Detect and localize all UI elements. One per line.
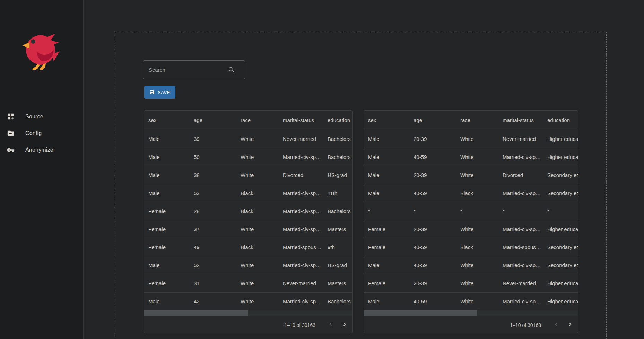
table-cell: Black [241, 208, 283, 214]
table-cell: 20-39 [414, 280, 460, 286]
table-cell: 38 [194, 172, 241, 178]
table-cell: Masters [328, 280, 353, 286]
column-header-age: age [194, 117, 241, 123]
save-button[interactable]: SAVE [144, 86, 175, 99]
table-cell: Female [148, 244, 194, 250]
sidebar: Source Config Anonymizer [0, 0, 84, 339]
column-header-marital-status: marital-status [503, 117, 547, 123]
table-cell: Black [241, 244, 283, 250]
table-cell: Married-civ-spouse [283, 190, 328, 196]
table-cell: 40-59 [414, 262, 460, 268]
table-row: ***** [364, 202, 578, 220]
table-row: Male52WhiteMarried-civ-spouseHS-grad [144, 256, 352, 274]
horizontal-scrollbar[interactable] [144, 310, 352, 316]
table-cell: 40-59 [414, 244, 460, 250]
previous-page-button[interactable] [549, 318, 563, 332]
table-cell: Married-civ-spouse [503, 262, 547, 268]
column-header-race: race [241, 117, 283, 123]
table-cell: Black [241, 190, 283, 196]
table-row: Male40-59BlackMarried-civ-spouseSecondar… [364, 184, 578, 202]
table-cell: Male [148, 298, 194, 304]
next-page-button[interactable] [338, 318, 351, 332]
bird-logo [21, 33, 62, 70]
table-cell: * [547, 208, 578, 214]
table-cell: Married-civ-spouse [283, 298, 328, 304]
table-cell: Male [148, 262, 194, 268]
table-cell: 53 [194, 190, 241, 196]
table-cell: Female [368, 244, 414, 250]
table-cell: Higher education [547, 280, 578, 286]
horizontal-scrollbar[interactable] [364, 310, 578, 316]
pagination-range-label: 1–10 of 30163 [510, 322, 541, 328]
table-cell: Bachelors [328, 298, 353, 304]
table-cell: * [414, 208, 460, 214]
table-row: Male50WhiteMarried-civ-spouseBachelors [144, 148, 352, 166]
table-cell: Masters [328, 226, 353, 232]
table-row: Male38WhiteDivorcedHS-grad [144, 166, 352, 184]
table-row: Male39WhiteNever-marriedBachelors [144, 130, 352, 148]
sidebar-item-anonymizer[interactable]: Anonymizer [0, 142, 83, 158]
main-content: SAVE sexageracemarital-statuseducation M… [83, 0, 644, 339]
table-cell: White [460, 172, 503, 178]
table-cell: Secondary education [547, 190, 578, 196]
table-cell: 39 [194, 136, 241, 142]
table-cell: 31 [194, 280, 241, 286]
table-cell: Male [368, 262, 414, 268]
table-cell: 28 [194, 208, 241, 214]
table-header-row: sexageracemarital-statuseducation [144, 111, 352, 130]
table-cell: Male [148, 190, 194, 196]
table-cell: 20-39 [414, 172, 460, 178]
column-header-marital-status: marital-status [283, 117, 328, 123]
table-cell: Female [368, 280, 414, 286]
table-cell: White [241, 172, 283, 178]
sidebar-item-label: Source [25, 113, 43, 120]
chevron-right-icon [567, 321, 573, 329]
table-cell: * [368, 208, 414, 214]
scrollbar-thumb[interactable] [364, 310, 477, 316]
table-cell: White [460, 298, 503, 304]
table-row: Male20-39WhiteDivorcedSecondary educatio… [364, 166, 578, 184]
folder-icon [7, 129, 15, 137]
table-cell: 9th [328, 244, 353, 250]
sidebar-item-config[interactable]: Config [0, 125, 83, 142]
app-root: { "sidebar": { "logo": { "name": "bird-l… [0, 0, 644, 339]
table-cell: Female [148, 280, 194, 286]
table-row: Female20-39WhiteNever-marriedHigher educ… [364, 274, 578, 292]
column-header-education: education [547, 117, 578, 123]
sidebar-item-label: Config [25, 130, 42, 136]
column-header-sex: sex [148, 117, 194, 123]
sidebar-item-label: Anonymizer [25, 147, 55, 153]
sidebar-item-source[interactable]: Source [0, 108, 83, 125]
column-header-age: age [414, 117, 460, 123]
table-row: Male42WhiteMarried-civ-spouseBachelors [144, 292, 352, 310]
table-cell: Male [368, 154, 414, 160]
table-cell: * [460, 208, 503, 214]
table-cell: Never-married [283, 136, 328, 142]
table-cell: Black [460, 244, 503, 250]
scrollbar-thumb[interactable] [144, 310, 248, 316]
table-cell: Secondary education [547, 262, 578, 268]
table-cell: Female [148, 226, 194, 232]
previous-page-button[interactable] [324, 318, 338, 332]
table-cell: Married-civ-spouse [503, 190, 547, 196]
table-row: Male40-59WhiteMarried-civ-spouseHigher e… [364, 292, 578, 310]
search-icon [228, 66, 235, 73]
table-cell: 37 [194, 226, 241, 232]
save-button-label: SAVE [158, 90, 170, 95]
pagination-range-label: 1–10 of 30163 [284, 322, 315, 328]
table-row: Female31WhiteNever-marriedMasters [144, 274, 352, 292]
next-page-button[interactable] [563, 318, 577, 332]
table-cell: 50 [194, 154, 241, 160]
table-row: Female40-59BlackMarried-spouse-absentSec… [364, 238, 578, 256]
table-cell: Married-spouse-absent [283, 244, 328, 250]
table-cell: Divorced [503, 172, 547, 178]
source-table: sexageracemarital-statuseducation Male39… [144, 110, 353, 333]
table-cell: 49 [194, 244, 241, 250]
table-cell: Male [148, 154, 194, 160]
paginator: 1–10 of 30163 [364, 316, 578, 333]
paginator: 1–10 of 30163 [144, 316, 352, 333]
table-row: Female37WhiteMarried-civ-spouseMasters [144, 220, 352, 238]
table-cell: 40-59 [414, 190, 460, 196]
anonymized-table: sexageracemarital-statuseducation Male20… [364, 110, 578, 333]
table-cell: Married-spouse-absent [503, 244, 547, 250]
